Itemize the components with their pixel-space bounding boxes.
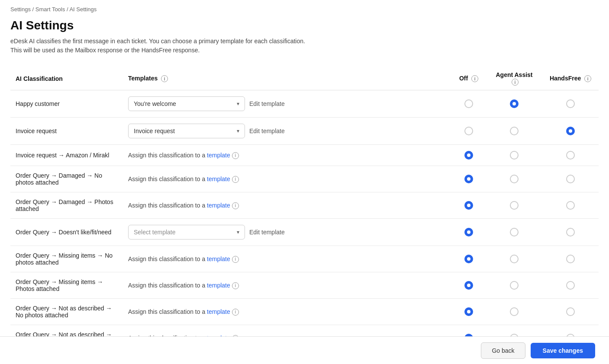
template-cell: Select template▾Edit template (123, 219, 451, 246)
off-info-icon[interactable]: i (471, 75, 478, 82)
agent-radio[interactable] (510, 201, 519, 210)
template-cell: Invoice request▾Edit template (123, 118, 451, 145)
agent-cell (486, 166, 542, 192)
go-back-button[interactable]: Go back (481, 342, 525, 359)
template-dropdown[interactable]: Invoice request▾ (128, 124, 245, 138)
agent-radio[interactable] (510, 175, 519, 183)
template-dropdown[interactable]: You're welcome▾ (128, 96, 245, 111)
edit-template-link[interactable]: Edit template (249, 100, 285, 107)
handsfree-cell (542, 246, 599, 272)
template-cell: Assign this classification to a template… (123, 192, 451, 219)
agent-cell (486, 192, 542, 219)
template-cell: Assign this classification to a template… (123, 299, 451, 325)
template-cell: You're welcome▾Edit template (123, 90, 451, 118)
edit-template-link[interactable]: Edit template (249, 229, 285, 236)
breadcrumb-smart-tools: Smart Tools (35, 6, 65, 13)
agent-radio[interactable] (510, 255, 519, 263)
assign-info-icon[interactable]: i (232, 152, 239, 159)
assign-template-link[interactable]: template (207, 152, 230, 159)
off-radio[interactable] (464, 281, 473, 290)
off-radio[interactable] (464, 127, 473, 135)
classification-text: Order Query → Doesn't like/fit/need (16, 229, 111, 236)
assign-template-link[interactable]: template (207, 282, 230, 289)
template-value: Select template (134, 229, 176, 236)
off-radio[interactable] (464, 175, 473, 183)
classification-cell: Order Query → Not as described → No phot… (10, 299, 123, 325)
col-header-templates: Templates i (123, 67, 451, 90)
template-row: Invoice request▾Edit template (128, 124, 446, 138)
classification-text: Order Query → Missing items → No photos … (16, 252, 113, 266)
assign-info-icon[interactable]: i (232, 202, 239, 209)
template-dropdown[interactable]: Select template▾ (128, 225, 245, 239)
page-title: AI Settings (10, 19, 599, 32)
agent-cell (486, 299, 542, 325)
assign-template-link[interactable]: template (207, 255, 230, 262)
off-cell (451, 192, 486, 219)
handsfree-radio[interactable] (566, 175, 575, 183)
agent-cell (486, 219, 542, 246)
table-row: Happy customerYou're welcome▾Edit templa… (10, 90, 599, 118)
agent-radio[interactable] (510, 151, 519, 160)
classification-cell: Order Query → Doesn't like/fit/need (10, 219, 123, 246)
handsfree-cell (542, 192, 599, 219)
off-cell (451, 246, 486, 272)
table-row: Invoice requestInvoice request▾Edit temp… (10, 118, 599, 145)
off-radio[interactable] (464, 307, 473, 316)
assign-template-link[interactable]: template (207, 176, 230, 182)
chevron-down-icon: ▾ (237, 101, 239, 107)
template-cell: Assign this classification to a template… (123, 246, 451, 272)
off-radio[interactable] (464, 201, 473, 210)
handsfree-cell (542, 90, 599, 118)
table-row: Order Query → Doesn't like/fit/needSelec… (10, 219, 599, 246)
off-radio[interactable] (464, 99, 473, 108)
edit-template-link[interactable]: Edit template (249, 128, 285, 134)
table-row: Order Query → Damaged → Photos attachedA… (10, 192, 599, 219)
handsfree-radio[interactable] (566, 127, 575, 135)
assign-text: Assign this classification to a template… (128, 255, 446, 263)
handsfree-cell (542, 299, 599, 325)
handsfree-radio[interactable] (566, 228, 575, 236)
save-changes-button[interactable]: Save changes (531, 343, 595, 358)
agent-info-icon[interactable]: i (512, 79, 519, 86)
classification-text: Order Query → Missing items → Photos att… (16, 278, 103, 292)
col-header-agent: Agent Assist i (486, 67, 542, 90)
breadcrumb-ai-settings: AI Settings (69, 6, 97, 13)
agent-radio[interactable] (510, 228, 519, 236)
template-row: You're welcome▾Edit template (128, 96, 446, 111)
assign-info-icon[interactable]: i (232, 256, 239, 263)
off-cell (451, 166, 486, 192)
table-row: Order Query → Not as described → No phot… (10, 299, 599, 325)
handsfree-radio[interactable] (566, 255, 575, 263)
agent-radio[interactable] (510, 99, 519, 108)
off-radio[interactable] (464, 228, 473, 236)
off-radio[interactable] (464, 151, 473, 160)
assign-text: Assign this classification to a template… (128, 308, 446, 316)
agent-radio[interactable] (510, 281, 519, 290)
handsfree-radio[interactable] (566, 281, 575, 290)
breadcrumb: Settings / Smart Tools / AI Settings (0, 0, 609, 19)
assign-info-icon[interactable]: i (232, 176, 239, 183)
classification-text: Order Query → Damaged → No photos attach… (16, 172, 102, 186)
agent-radio[interactable] (510, 307, 519, 316)
agent-radio[interactable] (510, 127, 519, 135)
assign-text: Assign this classification to a template… (128, 176, 446, 183)
assign-template-link[interactable]: template (207, 202, 230, 209)
classification-cell: Invoice request (10, 118, 123, 145)
templates-info-icon[interactable]: i (161, 75, 168, 82)
assign-template-link[interactable]: template (207, 308, 230, 315)
assign-info-icon[interactable]: i (232, 282, 239, 289)
handsfree-radio[interactable] (566, 151, 575, 160)
template-row: Select template▾Edit template (128, 225, 446, 239)
classification-text: Invoice request (16, 128, 57, 134)
off-cell (451, 118, 486, 145)
classification-text: Invoice request → Amazon / Mirakl (16, 152, 109, 159)
handsfree-radio[interactable] (566, 201, 575, 210)
off-radio[interactable] (464, 255, 473, 263)
classification-cell: Happy customer (10, 90, 123, 118)
handsfree-info-icon[interactable]: i (584, 75, 591, 82)
handsfree-radio[interactable] (566, 307, 575, 316)
agent-cell (486, 145, 542, 166)
handsfree-radio[interactable] (566, 99, 575, 108)
assign-info-icon[interactable]: i (232, 309, 239, 316)
table-row: Order Query → Damaged → No photos attach… (10, 166, 599, 192)
